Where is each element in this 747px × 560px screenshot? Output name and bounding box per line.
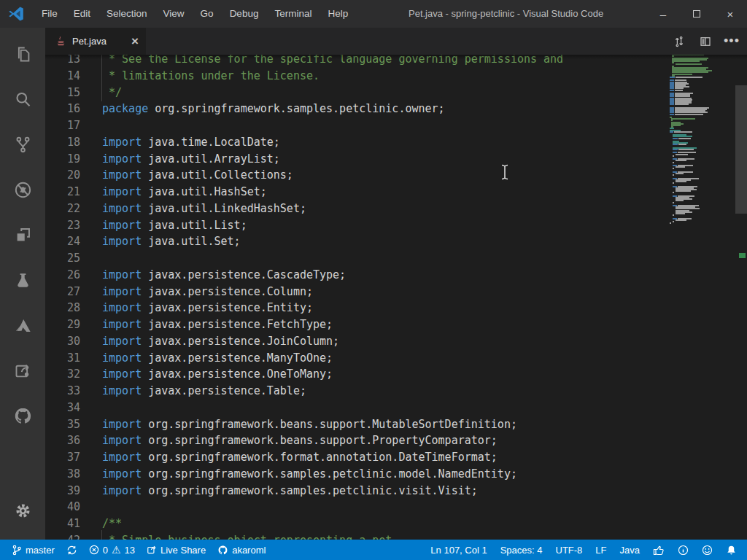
code-line[interactable]: 37import org.springframework.format.anno…: [45, 449, 747, 466]
menu-selection[interactable]: Selection: [98, 0, 155, 28]
code-line[interactable]: 20import java.util.Collections;: [45, 167, 747, 184]
split-editor-icon[interactable]: [696, 32, 715, 51]
code-line[interactable]: 36import org.springframework.beans.suppo…: [45, 432, 747, 449]
live-share-icon[interactable]: [0, 351, 45, 389]
code-line[interactable]: 27import javax.persistence.Column;: [45, 284, 747, 300]
code-line[interactable]: 23import java.util.List;: [45, 217, 747, 234]
notifications-bell-icon[interactable]: [726, 545, 737, 556]
code-line[interactable]: 30import javax.persistence.JoinColumn;: [45, 333, 747, 350]
maximize-button[interactable]: [680, 0, 713, 28]
tab-bar: Pet.java × •••: [45, 28, 747, 55]
close-tab-icon[interactable]: ×: [131, 35, 139, 47]
code-line[interactable]: 34: [45, 400, 747, 416]
line-number: 35: [45, 416, 80, 433]
github-status-icon: [217, 545, 228, 556]
feedback-smiley-icon[interactable]: [702, 545, 713, 556]
azure-icon[interactable]: [0, 306, 45, 344]
minimap-row: [673, 174, 674, 176]
line-number: 17: [45, 117, 80, 134]
github-account-status[interactable]: akaroml: [217, 545, 266, 556]
minimap-row: [673, 182, 674, 184]
line-text: import javax.persistence.FetchType;: [80, 316, 333, 333]
code-line[interactable]: 39import org.springframework.samples.pet…: [45, 483, 747, 499]
indentation[interactable]: Spaces: 4: [500, 545, 543, 556]
tab-pet-java[interactable]: Pet.java ×: [45, 28, 146, 55]
settings-gear-icon[interactable]: [0, 491, 45, 529]
test-beaker-icon[interactable]: [0, 261, 45, 299]
code-line[interactable]: 31import javax.persistence.ManyToOne;: [45, 350, 747, 367]
code-line[interactable]: 24import java.util.Set;: [45, 233, 747, 250]
code-line[interactable]: 38import org.springframework.samples.pet…: [45, 466, 747, 483]
line-number: 26: [45, 267, 80, 284]
line-number: 22: [45, 201, 80, 217]
indent-guide: [101, 530, 102, 540]
minimize-button[interactable]: –: [646, 0, 680, 28]
explorer-icon[interactable]: [0, 35, 45, 73]
code-line[interactable]: 35import org.springframework.beans.suppo…: [45, 416, 747, 433]
menu-terminal[interactable]: Terminal: [266, 0, 320, 28]
line-number: 38: [45, 466, 80, 483]
code-line[interactable]: 33import javax.persistence.Table;: [45, 383, 747, 400]
eol-sequence[interactable]: LF: [595, 545, 606, 556]
language-mode[interactable]: Java: [620, 545, 640, 556]
menu-edit[interactable]: Edit: [66, 0, 98, 28]
source-control-icon[interactable]: [0, 125, 45, 163]
minimap-row: [670, 114, 703, 115]
close-window-button[interactable]: ×: [713, 0, 747, 28]
open-changes-icon[interactable]: [670, 32, 689, 51]
menu-go[interactable]: Go: [193, 0, 222, 28]
menu-help[interactable]: Help: [320, 0, 356, 28]
indent-guide: [101, 55, 102, 101]
code-line[interactable]: 42 * Simple business object representing…: [45, 532, 747, 540]
editor-scrollbar[interactable]: [735, 55, 747, 540]
code-line[interactable]: 17: [45, 117, 747, 134]
line-text: import javax.persistence.Table;: [80, 383, 306, 400]
code-line[interactable]: 14 * limitations under the License.: [45, 68, 747, 85]
menu-debug[interactable]: Debug: [222, 0, 267, 28]
code-line[interactable]: 22import java.util.LinkedHashSet;: [45, 201, 747, 217]
menu-bar: FileEditSelectionViewGoDebugTerminalHelp: [34, 0, 356, 28]
minimap[interactable]: [670, 55, 735, 286]
code-line[interactable]: 29import javax.persistence.FetchType;: [45, 316, 747, 333]
git-branch-status[interactable]: master: [12, 545, 55, 556]
code-line[interactable]: 25: [45, 250, 747, 267]
more-actions-icon[interactable]: •••: [722, 32, 741, 51]
problems-status[interactable]: 0 ⚠ 13: [89, 545, 135, 556]
account-name: akaroml: [232, 545, 266, 556]
minimap-row: [673, 221, 674, 222]
info-icon[interactable]: [678, 545, 689, 556]
encoding[interactable]: UTF-8: [556, 545, 583, 556]
code-line[interactable]: 32import javax.persistence.OneToMany;: [45, 366, 747, 383]
code-line[interactable]: 19import java.util.ArrayList;: [45, 151, 747, 168]
line-text: import org.springframework.beans.support…: [80, 432, 498, 449]
line-number: 42: [45, 532, 80, 540]
minimap-row: [676, 213, 685, 214]
feedback-thumbs-up-icon[interactable]: [653, 545, 665, 556]
code-line[interactable]: 40: [45, 499, 747, 516]
github-icon[interactable]: [0, 397, 45, 435]
code-line[interactable]: 15 */: [45, 85, 747, 101]
minimap-row: [676, 154, 688, 155]
extensions-icon[interactable]: [0, 216, 45, 254]
code-line[interactable]: 21import java.util.HashSet;: [45, 184, 747, 201]
live-share-status[interactable]: Live Share: [147, 545, 206, 556]
code-line[interactable]: 16package org.springframework.samples.pe…: [45, 101, 747, 117]
status-right: Ln 107, Col 1 Spaces: 4 UTF-8 LF Java: [430, 545, 747, 556]
editor-pane[interactable]: 13 * See the License for the specific la…: [45, 55, 747, 540]
line-text: import java.util.ArrayList;: [80, 151, 280, 168]
sync-button[interactable]: [66, 545, 77, 556]
code-line[interactable]: 28import javax.persistence.Entity;: [45, 300, 747, 316]
scrollbar-thumb[interactable]: [735, 85, 747, 214]
menu-view[interactable]: View: [155, 0, 193, 28]
code-line[interactable]: 41/**: [45, 516, 747, 532]
debug-disabled-icon[interactable]: [0, 171, 45, 209]
menu-file[interactable]: File: [34, 0, 66, 28]
line-number: 20: [45, 167, 80, 184]
minimap-row: [672, 61, 700, 62]
cursor-position[interactable]: Ln 107, Col 1: [430, 545, 487, 556]
code-line[interactable]: 26import javax.persistence.CascadeType;: [45, 267, 747, 284]
code-line[interactable]: 18import java.time.LocalDate;: [45, 134, 747, 151]
search-icon[interactable]: [0, 80, 45, 118]
line-number: 19: [45, 151, 80, 168]
minimap-row: [676, 219, 686, 221]
